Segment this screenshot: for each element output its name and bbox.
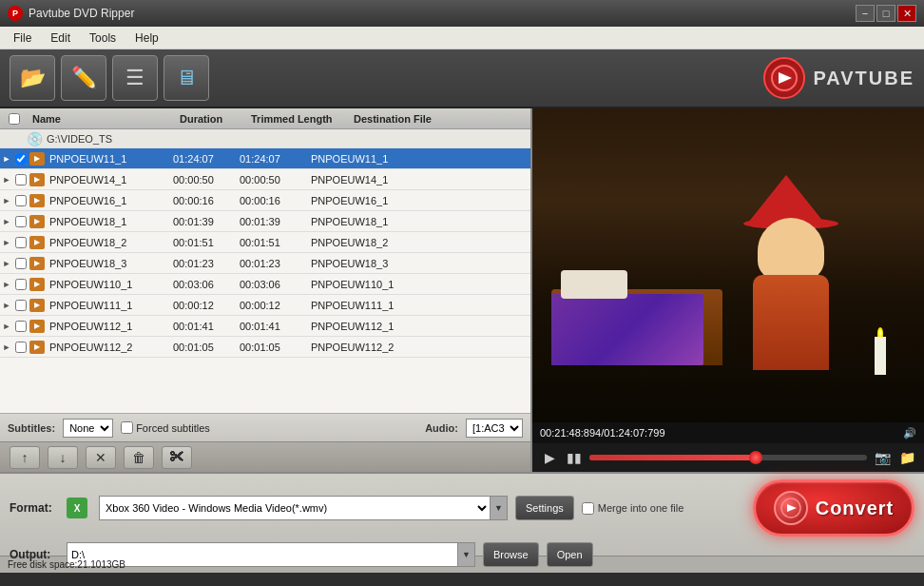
file-list[interactable]: 💿 G:\VIDEO_TS ► ▶ PNPOEUW11_1 01:24:07 0… bbox=[0, 129, 530, 413]
file-rows-container: ► ▶ PNPOEUW11_1 01:24:07 01:24:07 PNPOEU… bbox=[0, 148, 530, 358]
format-select[interactable]: Xbox 360 Video - Windows Media Video(*.w… bbox=[100, 497, 490, 519]
forced-subtitles-checkbox[interactable] bbox=[121, 421, 133, 434]
svg-text:X: X bbox=[74, 503, 81, 514]
row-checkbox[interactable] bbox=[13, 174, 29, 186]
list-btn[interactable]: ☰ bbox=[112, 55, 158, 101]
row-checkbox[interactable] bbox=[13, 342, 29, 353]
row-expander[interactable]: ► bbox=[0, 259, 13, 268]
cell-name: PNPOEUW18_2 bbox=[48, 237, 171, 248]
table-row[interactable]: ► ▶ PNPOEUW18_2 00:01:51 00:01:51 PNPOEU… bbox=[0, 232, 530, 253]
row-expander[interactable]: ► bbox=[0, 322, 13, 331]
row-expander[interactable]: ► bbox=[0, 154, 13, 164]
close-button[interactable]: ✕ bbox=[897, 5, 916, 22]
row-checkbox[interactable] bbox=[13, 321, 29, 332]
settings-button[interactable]: Settings bbox=[515, 496, 574, 520]
cell-trimmed: 00:00:16 bbox=[238, 195, 309, 206]
cell-dest: PNPOEUW112_2 bbox=[309, 342, 530, 353]
cell-dest: PNPOEUW11_1 bbox=[309, 153, 530, 165]
audio-select[interactable]: [1:AC3 bbox=[466, 419, 523, 438]
cell-trimmed: 00:01:05 bbox=[238, 342, 309, 353]
cell-trimmed: 00:00:12 bbox=[238, 300, 309, 311]
cell-trimmed: 00:03:06 bbox=[238, 279, 309, 290]
volume-icon[interactable]: 🔊 bbox=[903, 427, 916, 440]
row-checkbox[interactable] bbox=[13, 279, 29, 290]
minimize-button[interactable]: − bbox=[856, 5, 875, 22]
table-row[interactable]: ► ▶ PNPOEUW18_1 00:01:39 00:01:39 PNPOEU… bbox=[0, 211, 530, 232]
seek-thumb[interactable] bbox=[749, 451, 762, 464]
edit-btn[interactable]: ✏️ bbox=[61, 55, 106, 101]
current-time: 00:21:48:894/01:24:07:799 bbox=[540, 427, 665, 439]
preview-blanket bbox=[551, 294, 703, 365]
forced-subtitles-label[interactable]: Forced subtitles bbox=[121, 421, 210, 434]
menu-help[interactable]: Help bbox=[125, 29, 168, 47]
screenshot-btn[interactable]: 📷 bbox=[873, 448, 892, 467]
move-up-btn[interactable]: ↑ bbox=[10, 446, 40, 469]
row-expander[interactable]: ► bbox=[0, 280, 13, 289]
table-row[interactable]: ► ▶ PNPOEUW112_1 00:01:41 00:01:41 PNPOE… bbox=[0, 316, 530, 337]
format-icon: X bbox=[67, 498, 87, 518]
delete-btn[interactable]: 🗑 bbox=[124, 446, 154, 469]
merge-check[interactable]: Merge into one file bbox=[582, 502, 684, 515]
clip-btn[interactable]: ✀ bbox=[162, 446, 192, 469]
row-expander[interactable]: ► bbox=[0, 342, 13, 352]
remove-btn[interactable]: ✕ bbox=[86, 446, 116, 469]
output-wrapper[interactable]: ▼ bbox=[67, 542, 475, 567]
open-button[interactable]: Open bbox=[547, 542, 593, 567]
folder-output-btn[interactable]: 📁 bbox=[897, 448, 916, 467]
row-checkbox[interactable] bbox=[13, 195, 29, 206]
status-text: Free disk space:21.1013GB bbox=[8, 559, 125, 570]
table-row[interactable]: ► ▶ PNPOEUW16_1 00:00:16 00:00:16 PNPOEU… bbox=[0, 190, 530, 211]
folder-row: 💿 G:\VIDEO_TS bbox=[0, 129, 530, 148]
row-expander[interactable]: ► bbox=[0, 175, 13, 185]
seek-bar[interactable] bbox=[589, 455, 867, 460]
main-content: Name Duration Trimmed Length Destination… bbox=[0, 108, 924, 472]
row-checkbox[interactable] bbox=[13, 216, 29, 227]
cell-duration: 00:03:06 bbox=[171, 279, 238, 290]
menu-file[interactable]: File bbox=[4, 29, 41, 47]
row-expander[interactable]: ► bbox=[0, 196, 13, 205]
row-checkbox[interactable] bbox=[13, 237, 29, 248]
output-dropdown-arrow[interactable]: ▼ bbox=[457, 543, 474, 566]
row-checkbox[interactable] bbox=[13, 258, 29, 269]
cell-dest: PNPOEUW111_1 bbox=[309, 300, 530, 311]
screen-btn[interactable]: 🖥 bbox=[164, 55, 209, 101]
table-row[interactable]: ► ▶ PNPOEUW18_3 00:01:23 00:01:23 PNPOEU… bbox=[0, 253, 530, 274]
list-icon: ☰ bbox=[125, 68, 144, 88]
bottom-panel: Format: X Xbox 360 Video - Windows Media… bbox=[0, 472, 924, 556]
maximize-button[interactable]: □ bbox=[876, 5, 895, 22]
row-checkbox[interactable] bbox=[13, 300, 29, 311]
table-row[interactable]: ► ▶ PNPOEUW110_1 00:03:06 00:03:06 PNPOE… bbox=[0, 274, 530, 295]
row-expander[interactable]: ► bbox=[0, 301, 13, 310]
subtitles-label: Subtitles: bbox=[8, 422, 55, 434]
merge-checkbox[interactable] bbox=[582, 502, 594, 515]
browse-button[interactable]: Browse bbox=[483, 542, 539, 567]
format-dropdown-arrow[interactable]: ▼ bbox=[490, 497, 507, 519]
subtitles-select[interactable]: None bbox=[63, 419, 113, 438]
convert-button[interactable]: Convert bbox=[753, 479, 914, 537]
play-button[interactable]: ▶ bbox=[540, 448, 559, 467]
title-bar: P Pavtube DVD Ripper − □ ✕ bbox=[0, 0, 924, 27]
format-select-wrapper[interactable]: Xbox 360 Video - Windows Media Video(*.w… bbox=[99, 496, 508, 520]
row-film-icon: ▶ bbox=[29, 255, 46, 272]
menu-tools[interactable]: Tools bbox=[80, 29, 125, 47]
cell-trimmed: 01:24:07 bbox=[238, 153, 309, 165]
table-row[interactable]: ► ▶ PNPOEUW14_1 00:00:50 00:00:50 PNPOEU… bbox=[0, 169, 530, 190]
playback-controls: ▶ ▮▮ 📷 📁 bbox=[532, 443, 924, 472]
move-down-btn[interactable]: ↓ bbox=[48, 446, 78, 469]
row-expander[interactable]: ► bbox=[0, 217, 13, 226]
format-row: Format: X Xbox 360 Video - Windows Media… bbox=[10, 479, 914, 537]
output-input[interactable] bbox=[67, 543, 457, 566]
row-checkbox[interactable] bbox=[13, 153, 29, 165]
table-header: Name Duration Trimmed Length Destination… bbox=[0, 108, 530, 129]
table-row[interactable]: ► ▶ PNPOEUW111_1 00:00:12 00:00:12 PNPOE… bbox=[0, 295, 530, 316]
stop-button[interactable]: ▮▮ bbox=[565, 448, 584, 467]
preview-character bbox=[734, 218, 848, 370]
table-row[interactable]: ► ▶ PNPOEUW11_1 01:24:07 01:24:07 PNPOEU… bbox=[0, 148, 530, 169]
header-checkbox[interactable] bbox=[0, 113, 29, 125]
row-expander[interactable]: ► bbox=[0, 238, 13, 247]
cell-dest: PNPOEUW18_2 bbox=[309, 237, 530, 248]
open-folder-btn[interactable]: 📂 bbox=[10, 55, 55, 101]
col-header-dest: Destination File bbox=[350, 113, 530, 125]
table-row[interactable]: ► ▶ PNPOEUW112_2 00:01:05 00:01:05 PNPOE… bbox=[0, 337, 530, 358]
menu-edit[interactable]: Edit bbox=[41, 29, 80, 47]
